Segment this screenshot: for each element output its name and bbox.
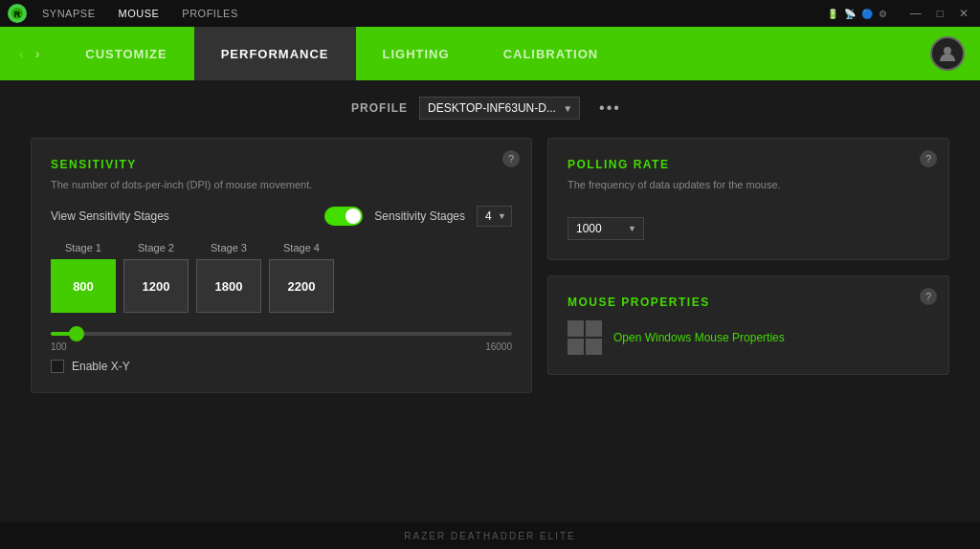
polling-help-icon[interactable]: ? xyxy=(920,150,937,167)
mouse-props-link[interactable]: Open Windows Mouse Properties xyxy=(568,320,929,355)
minimize-button[interactable]: — xyxy=(906,7,925,20)
toggle-label: View Sensitivity Stages xyxy=(51,209,169,223)
bt-icon: 🔵 xyxy=(861,9,873,19)
mouse-props-link-text[interactable]: Open Windows Mouse Properties xyxy=(613,331,785,344)
synapse-nav[interactable]: SYNAPSE xyxy=(42,8,95,19)
stage-3-wrapper[interactable] xyxy=(196,259,261,313)
win-quad-4 xyxy=(586,339,602,355)
stage-1-label: Stage 1 xyxy=(65,242,101,253)
stage-1-input[interactable] xyxy=(55,279,112,294)
svg-point-2 xyxy=(944,47,951,55)
stage-3-label: Stage 3 xyxy=(211,242,247,253)
stage-4-input[interactable] xyxy=(273,279,330,294)
toggle-row: View Sensitivity Stages Sensitivity Stag… xyxy=(51,206,512,227)
stage-1-wrapper[interactable] xyxy=(51,259,116,313)
stage-2-input[interactable] xyxy=(127,279,185,294)
profile-avatar[interactable] xyxy=(930,36,965,71)
polling-rate-title: POLLING RATE xyxy=(568,158,929,171)
win-quad-1 xyxy=(568,320,584,337)
toggle-right: Sensitivity Stages 4 ▼ xyxy=(324,206,512,227)
stages-label: Sensitivity Stages xyxy=(374,209,465,223)
polling-select-wrapper: 1000 500 125 ▼ xyxy=(568,217,644,240)
stage-4-wrapper[interactable] xyxy=(269,259,334,313)
stage-box-1: Stage 1 xyxy=(51,242,116,313)
razer-logo: R xyxy=(8,4,27,23)
stage-2-wrapper[interactable] xyxy=(123,259,189,313)
footer: RAZER DEATHADDER ELITE xyxy=(0,522,980,549)
close-button[interactable]: ✕ xyxy=(955,7,972,20)
title-bar: R SYNAPSE MOUSE PROFILES 🔋 📡 🔵 ⚙ — □ ✕ xyxy=(0,0,980,27)
nav-items: CUSTOMIZE PERFORMANCE LIGHTING CALIBRATI… xyxy=(58,27,930,80)
windows-icon xyxy=(568,320,602,355)
polling-rate-card: ? POLLING RATE The frequency of data upd… xyxy=(547,138,949,260)
nav-lighting[interactable]: LIGHTING xyxy=(356,27,477,80)
title-bar-nav: SYNAPSE MOUSE PROFILES xyxy=(42,8,238,19)
settings-icon: ⚙ xyxy=(879,9,887,19)
mouse-properties-card: ? MOUSE PROPERTIES Open Windows Mouse Pr… xyxy=(547,275,949,375)
maximize-button[interactable]: □ xyxy=(933,7,947,20)
title-bar-icons: 🔋 📡 🔵 ⚙ xyxy=(827,9,887,19)
stages-select[interactable]: 4 xyxy=(477,206,512,227)
stage-box-2: Stage 2 xyxy=(123,242,189,313)
title-bar-left: R SYNAPSE MOUSE PROFILES xyxy=(8,4,238,23)
footer-text: RAZER DEATHADDER ELITE xyxy=(404,531,575,541)
nav-bar: ‹ › CUSTOMIZE PERFORMANCE LIGHTING CALIB… xyxy=(0,27,980,80)
svg-text:R: R xyxy=(14,10,21,19)
sensitivity-card: ? SENSITIVITY The number of dots-per-inc… xyxy=(31,138,532,393)
back-arrow[interactable]: ‹ xyxy=(15,44,28,63)
sensitivity-desc: The number of dots-per-inch (DPI) of mou… xyxy=(51,179,512,190)
profile-dropdown[interactable]: DESKTOP-INF63UN-D... ▼ xyxy=(419,97,580,120)
right-cards: ? POLLING RATE The frequency of data upd… xyxy=(547,138,949,393)
polling-select[interactable]: 1000 500 125 xyxy=(568,217,644,240)
nav-arrows: ‹ › xyxy=(15,44,43,63)
polling-rate-desc: The frequency of data updates for the mo… xyxy=(568,179,929,190)
slider-track[interactable] xyxy=(51,332,512,336)
window-controls: — □ ✕ xyxy=(906,7,972,20)
slider-container: 100 16000 xyxy=(51,332,512,352)
sensitivity-toggle[interactable] xyxy=(324,207,363,226)
profile-more-button[interactable]: ••• xyxy=(591,96,629,121)
mouse-properties-title: MOUSE PROPERTIES xyxy=(568,296,929,309)
checkbox-row: Enable X-Y xyxy=(51,360,512,373)
sensitivity-title: SENSITIVITY xyxy=(51,158,512,171)
profile-row: PROFILE DESKTOP-INF63UN-D... ▼ ••• xyxy=(0,80,980,130)
stage-box-3: Stage 3 xyxy=(196,242,261,313)
slider-min-label: 100 xyxy=(51,341,67,352)
forward-arrow[interactable]: › xyxy=(32,44,44,63)
stages-container: Stage 1 Stage 2 Stage 3 Stage 4 xyxy=(51,242,512,313)
enable-xy-checkbox[interactable] xyxy=(51,360,64,373)
enable-xy-label: Enable X-Y xyxy=(72,360,130,373)
profiles-nav[interactable]: PROFILES xyxy=(182,8,237,19)
main-content: ? SENSITIVITY The number of dots-per-inc… xyxy=(0,130,980,401)
sensitivity-help-icon[interactable]: ? xyxy=(502,150,520,167)
stage-box-4: Stage 4 xyxy=(269,242,334,313)
battery-icon: 🔋 xyxy=(827,9,838,19)
profile-select[interactable]: DESKTOP-INF63UN-D... xyxy=(419,97,580,120)
stage-2-label: Stage 2 xyxy=(138,242,174,253)
stages-select-wrapper: 4 ▼ xyxy=(477,206,512,227)
win-quad-3 xyxy=(568,339,584,355)
win-quad-2 xyxy=(586,320,602,337)
nav-calibration[interactable]: CALIBRATION xyxy=(477,27,626,80)
mouse-props-help-icon[interactable]: ? xyxy=(920,288,937,305)
nav-customize[interactable]: CUSTOMIZE xyxy=(58,27,193,80)
toggle-knob xyxy=(345,209,361,224)
slider-max-label: 16000 xyxy=(485,341,512,352)
wifi-icon: 📡 xyxy=(844,9,856,19)
mouse-nav[interactable]: MOUSE xyxy=(118,8,159,19)
slider-thumb[interactable] xyxy=(69,326,84,341)
stage-4-label: Stage 4 xyxy=(283,242,320,253)
nav-performance[interactable]: PERFORMANCE xyxy=(194,27,356,80)
profile-label: PROFILE xyxy=(351,101,408,115)
title-bar-right: 🔋 📡 🔵 ⚙ — □ ✕ xyxy=(827,7,972,20)
stage-3-input[interactable] xyxy=(200,279,257,294)
slider-labels: 100 16000 xyxy=(51,341,512,352)
